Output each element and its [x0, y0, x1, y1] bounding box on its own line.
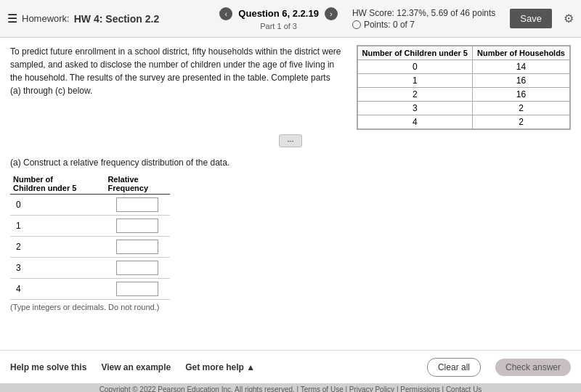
homework-label: Homework:: [22, 13, 70, 24]
type-note: (Type integers or decimals. Do not round…: [10, 303, 571, 311]
contact-link[interactable]: Contact Us: [446, 385, 482, 392]
menu-icon[interactable]: ☰: [7, 12, 17, 25]
part-a-title: (a) Construct a relative frequency distr…: [10, 158, 571, 168]
problem-description: To predict future enrollment in a school…: [10, 45, 342, 130]
frequency-table: Number of Children under 5 Relative Freq…: [10, 173, 170, 300]
header-bar: ☰ Homework: HW 4: Section 2.2 ‹ Question…: [0, 0, 581, 38]
freq-input-cell[interactable]: [105, 216, 170, 237]
next-question-button[interactable]: ›: [325, 7, 338, 20]
freq-row-value: 4: [10, 279, 105, 300]
table-row: 116: [357, 74, 569, 88]
expand-btn-area: ···: [10, 130, 571, 152]
header-center: ‹ Question 6, 2.2.19 › Part 1 of 3: [219, 7, 338, 30]
homework-title: HW 4: Section 2.2: [74, 13, 159, 25]
frequency-input[interactable]: [116, 240, 158, 254]
freq-row-value: 2: [10, 237, 105, 258]
frequency-input[interactable]: [116, 261, 158, 275]
data-table: Number of Children under 5 Number of Hou…: [357, 45, 571, 130]
freq-col1-header: Number of Children under 5: [10, 173, 105, 195]
terms-link[interactable]: Terms of Use: [301, 385, 344, 392]
main-content: To predict future enrollment in a school…: [0, 38, 581, 350]
frequency-input[interactable]: [116, 219, 158, 233]
save-button[interactable]: Save: [510, 9, 552, 28]
freq-row-value: 3: [10, 258, 105, 279]
table-row: 216: [357, 88, 569, 102]
freq-input-cell[interactable]: [105, 195, 170, 216]
copyright-bar: Copyright © 2022 Pearson Education Inc. …: [0, 383, 581, 392]
question-nav: ‹ Question 6, 2.2.19 ›: [219, 7, 338, 20]
bottom-bar: Help me solve this View an example Get m…: [0, 350, 581, 383]
view-example-link[interactable]: View an example: [101, 362, 171, 372]
freq-input-cell[interactable]: [105, 237, 170, 258]
problem-top: To predict future enrollment in a school…: [10, 45, 571, 130]
hw-points: Points: 0 of 7: [352, 20, 415, 30]
privacy-link[interactable]: Privacy Policy: [349, 385, 394, 392]
children-value: 0: [357, 60, 472, 74]
children-value: 2: [357, 88, 472, 102]
header-left: ☰ Homework: HW 4: Section 2.2: [7, 12, 212, 25]
prev-question-button[interactable]: ‹: [219, 7, 232, 20]
freq-table-row: 2: [10, 237, 170, 258]
households-value: 2: [472, 115, 569, 129]
circle-icon: [352, 20, 361, 29]
clear-all-button[interactable]: Clear all: [427, 358, 481, 377]
households-value: 16: [472, 74, 569, 88]
freq-table-row: 0: [10, 195, 170, 216]
freq-input-cell[interactable]: [105, 258, 170, 279]
part-a-section: (a) Construct a relative frequency distr…: [10, 158, 571, 311]
data-col1-header: Number of Children under 5: [357, 46, 472, 60]
table-row: 32: [357, 102, 569, 115]
households-value: 16: [472, 88, 569, 102]
households-value: 2: [472, 102, 569, 115]
hw-score: HW Score: 12.37%, 5.69 of 46 points: [352, 8, 495, 18]
freq-table-row: 3: [10, 258, 170, 279]
check-answer-button[interactable]: Check answer: [495, 359, 571, 376]
frequency-input[interactable]: [116, 197, 158, 212]
freq-table-row: 1: [10, 216, 170, 237]
expand-button[interactable]: ···: [279, 134, 301, 147]
header-right: HW Score: 12.37%, 5.69 of 46 points Poin…: [352, 8, 495, 30]
children-value: 3: [357, 102, 472, 115]
freq-table-row: 4: [10, 279, 170, 300]
permissions-link[interactable]: Permissions: [400, 385, 439, 392]
freq-input-cell[interactable]: [105, 279, 170, 300]
data-col2-header: Number of Households: [472, 46, 569, 60]
freq-row-value: 0: [10, 195, 105, 216]
freq-row-value: 1: [10, 216, 105, 237]
table-row: 014: [357, 60, 569, 74]
question-title: Question 6, 2.2.19: [238, 8, 319, 19]
children-value: 1: [357, 74, 472, 88]
help-me-solve-link[interactable]: Help me solve this: [10, 362, 86, 372]
gear-icon[interactable]: ⚙: [564, 12, 574, 25]
households-value: 14: [472, 60, 569, 74]
more-help-link[interactable]: Get more help ▲: [185, 362, 255, 372]
frequency-input[interactable]: [116, 282, 158, 296]
children-value: 4: [357, 115, 472, 129]
freq-col2-header: Relative Frequency: [105, 173, 170, 195]
table-row: 42: [357, 115, 569, 129]
question-part: Part 1 of 3: [260, 22, 297, 30]
